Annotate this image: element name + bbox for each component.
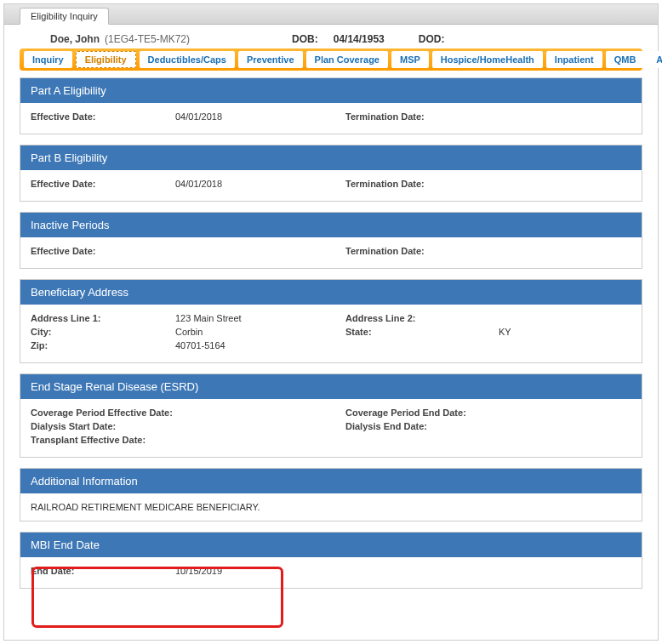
patient-header: Doe, John (1EG4-TE5-MK72) DOB: 04/14/195…: [50, 33, 642, 45]
tab-plan-coverage[interactable]: Plan Coverage: [306, 51, 388, 68]
section-header-mbi: MBI End Date: [20, 533, 642, 557]
address-line2-label: Address Line 2:: [345, 313, 499, 323]
dob-value: 04/14/1953: [334, 33, 385, 45]
address-line1-value: 123 Main Street: [175, 313, 345, 323]
mbi-end-label: End Date:: [31, 566, 175, 576]
inactive-termination-label: Termination Date:: [345, 246, 499, 256]
mbi-end-value: 10/15/2019: [175, 566, 345, 576]
zip-value: 40701-5164: [175, 340, 345, 350]
section-part-a: Part A Eligibility Effective Date: 04/01…: [20, 77, 642, 134]
dialysis-end-label: Dialysis End Date:: [345, 421, 499, 431]
dialysis-start-label: Dialysis Start Date:: [31, 421, 201, 431]
section-additional: Additional Information RAILROAD RETIREME…: [20, 468, 642, 521]
tab-preventive[interactable]: Preventive: [238, 51, 303, 68]
city-value: Corbin: [175, 327, 345, 337]
section-inactive: Inactive Periods Effective Date: Termina…: [20, 212, 642, 269]
coverage-eff-label: Coverage Period Effective Date:: [31, 407, 201, 418]
section-address: Beneficiary Address Address Line 1: 123 …: [20, 279, 642, 363]
city-label: City:: [31, 327, 175, 337]
section-header-esrd: End Stage Renal Disease (ESRD): [20, 374, 642, 399]
state-label: State:: [345, 327, 499, 337]
coverage-eff-value: [201, 407, 345, 418]
tab-hospice-homehealth[interactable]: Hospice/HomeHealth: [432, 51, 543, 68]
transplant-value: [201, 435, 371, 445]
transplant-label: Transplant Effective Date:: [31, 435, 201, 445]
tab-eligibility[interactable]: Eligibility: [76, 51, 136, 68]
part-b-termination-value: [499, 179, 631, 189]
state-value: KY: [499, 327, 631, 337]
dialysis-end-value: [499, 421, 631, 431]
patient-name: Doe, John: [50, 33, 100, 45]
coverage-end-label: Coverage Period End Date:: [345, 407, 499, 418]
section-header-part-b: Part B Eligibility: [20, 145, 642, 170]
dod-label: DOD:: [419, 33, 445, 45]
patient-id: (1EG4-TE5-MK72): [105, 33, 190, 45]
nav-tabs: InquiryEligibilityDeductibles/CapsPreven…: [20, 48, 642, 71]
section-esrd: End Stage Renal Disease (ESRD) Coverage …: [20, 373, 642, 458]
inactive-effective-value: [175, 246, 345, 256]
section-part-b: Part B Eligibility Effective Date: 04/01…: [20, 145, 642, 202]
section-header-additional: Additional Information: [20, 469, 642, 493]
part-a-effective-label: Effective Date:: [31, 111, 175, 122]
additional-text: RAILROAD RETIREMENT MEDICARE BENEFICIARY…: [20, 493, 642, 521]
address-line1-label: Address Line 1:: [31, 313, 175, 323]
tab-eligibility-inquiry[interactable]: Eligibility Inquiry: [20, 8, 109, 25]
tab-qmb[interactable]: QMB: [606, 51, 645, 68]
part-b-effective-label: Effective Date:: [31, 179, 175, 189]
tab-msp[interactable]: MSP: [391, 51, 429, 68]
part-b-termination-label: Termination Date:: [345, 179, 499, 189]
dialysis-start-value: [201, 421, 345, 431]
inactive-termination-value: [499, 246, 631, 256]
part-a-termination-label: Termination Date:: [345, 111, 499, 122]
inactive-effective-label: Effective Date:: [31, 246, 175, 256]
section-header-address: Beneficiary Address: [20, 280, 642, 305]
section-header-inactive: Inactive Periods: [20, 213, 642, 237]
address-line2-value: [499, 313, 631, 323]
part-a-termination-value: [499, 111, 631, 122]
dob-label: DOB:: [292, 33, 318, 45]
coverage-end-value: [499, 407, 631, 418]
zip-label: Zip:: [31, 340, 175, 350]
top-tab-bar: Eligibility Inquiry: [4, 4, 658, 25]
tab-inquiry[interactable]: Inquiry: [24, 51, 72, 68]
part-a-effective-value: 04/01/2018: [175, 111, 345, 122]
tab-deductibles-caps[interactable]: Deductibles/Caps: [140, 51, 235, 68]
tab-inpatient[interactable]: Inpatient: [546, 51, 602, 68]
section-header-part-a: Part A Eligibility: [20, 78, 642, 103]
section-mbi: MBI End Date End Date: 10/15/2019: [20, 532, 642, 589]
tab-all-screens[interactable]: All screens: [648, 51, 662, 68]
part-b-effective-value: 04/01/2018: [175, 179, 345, 189]
